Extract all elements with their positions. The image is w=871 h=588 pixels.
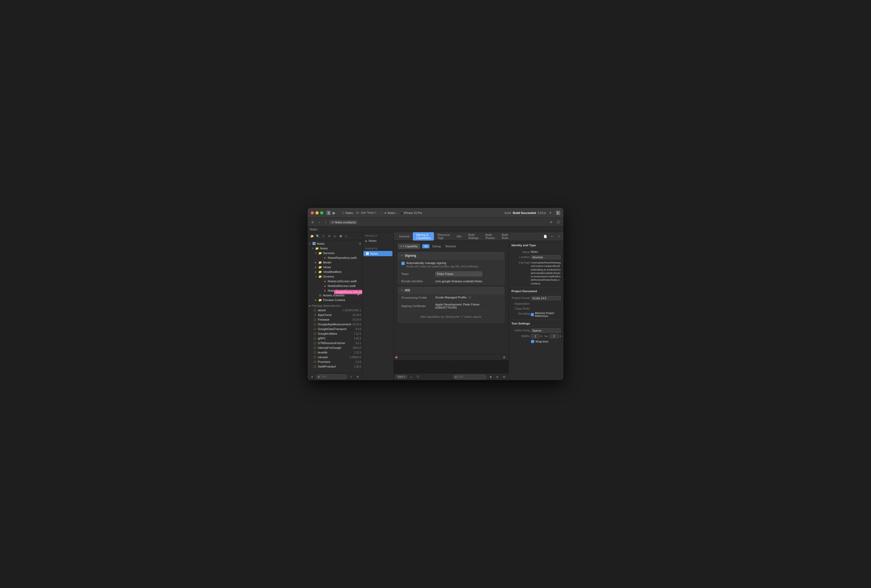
tree-root-notes[interactable]: ▼ 🅰 Notes M <box>308 241 362 246</box>
inspector-history-icon[interactable]: ↩ <box>550 234 554 239</box>
warning-count-btn[interactable]: ⚠ <box>348 374 354 380</box>
sidebar-toggle-right[interactable]: ▌ <box>556 211 560 215</box>
nav-project-notes[interactable]: ◈ Notes <box>362 238 394 243</box>
pkg-grpc[interactable]: ⬡ gRPC 1.62.2 <box>308 336 362 341</box>
settings-icon-btn[interactable]: ⚙ <box>327 234 332 238</box>
format-dropdown[interactable]: Xcode 14.0 ⌄ <box>531 296 561 300</box>
wrap-checkbox[interactable]: ✓ <box>531 340 534 343</box>
info-btn[interactable]: ⓘ <box>555 219 561 225</box>
tab-build-settings[interactable]: Build Settings <box>465 232 482 241</box>
pkg-abseil[interactable]: ⬡ abseil 1.2024011601.1 <box>308 308 362 313</box>
tab-width-input[interactable] <box>531 334 540 338</box>
refresh-btn[interactable]: ↺ <box>548 219 554 225</box>
pkg-appcheck[interactable]: ⬡ AppCheck 10.19.0 <box>308 313 362 317</box>
pkg-icon-8: ⬡ <box>313 341 317 345</box>
file-tab-bar[interactable]: ◈ Notes.xcodeproj <box>329 220 358 224</box>
add-file-btn[interactable]: + <box>309 374 315 380</box>
file-tab[interactable]: Notes › <box>388 211 397 214</box>
pkg-swiftproto[interactable]: ⬡ SwiftProtobuf 1.26.0 <box>308 364 362 369</box>
hierarchy-btn[interactable]: ⊞ <box>310 219 316 225</box>
widths-label: Widths <box>512 334 530 338</box>
folder-icon-btn[interactable]: 📁 <box>310 234 314 238</box>
source-icon-btn[interactable]: ◎ <box>333 234 337 238</box>
indent-width-input[interactable] <box>549 334 559 338</box>
swift-icon-4: ● <box>323 289 327 293</box>
breadcrumb-notes[interactable]: Notes <box>310 228 317 231</box>
auto-sign-checkbox[interactable]: ✓ <box>401 262 405 265</box>
add-capability-btn[interactable]: + + Capability <box>398 244 420 249</box>
pkg-leveldb[interactable]: ⬡ leveldb 1.22.5 <box>308 350 362 355</box>
tree-services[interactable]: ▼ 📁 Services <box>308 251 362 255</box>
close-button[interactable] <box>311 211 314 214</box>
pkg-nanopb[interactable]: ⬡ nanopb 2.30910.0 <box>308 355 362 359</box>
search-icon-btn[interactable]: 🔍 <box>316 234 320 238</box>
tree-viewmodifiers[interactable]: ▶ 📁 ViewModifiers <box>308 269 362 274</box>
tree-screens[interactable]: ▼ 📁 Screens <box>308 274 362 279</box>
location-dropdown[interactable]: Absolute ⌄ <box>531 255 561 259</box>
encoding-checkbox[interactable]: ✓ <box>531 313 534 316</box>
debug-info-btn[interactable]: ⓘ <box>415 374 421 380</box>
tree-model[interactable]: ▶ 📁 Model <box>308 260 362 265</box>
tree-assets[interactable]: ▶ ⊟ Assets.xcassets <box>308 293 362 298</box>
indent-dropdown[interactable]: Spaces ⌄ <box>531 328 561 333</box>
sidebar-toggle-left[interactable]: ▐ <box>326 211 331 215</box>
debug-warning-btn[interactable]: ⚠ <box>409 374 414 380</box>
scope-debug[interactable]: Debug <box>430 244 443 248</box>
indent-arrow: ⌄ <box>542 329 544 332</box>
tree-preview[interactable]: ▶ 📁 Preview Content GoogleService-Info.p… <box>308 298 362 302</box>
debug-filter[interactable]: ◉ Filter <box>453 375 486 379</box>
scope-release[interactable]: Release <box>443 244 458 248</box>
notes-folder-icon: 📁 <box>315 246 319 250</box>
signing-section-header[interactable]: ▼ Signing <box>398 252 504 259</box>
pkg-gtm-label: GTMSessionFetcher <box>318 341 354 345</box>
pkg-icon-1: ⬡ <box>313 308 317 312</box>
tree-noteslist[interactable]: ▶ ● NotesListScreen.swift <box>308 279 362 284</box>
prov-info-icon[interactable]: ⓘ <box>468 296 471 299</box>
pkg-googledata[interactable]: ⬡ GoogleDataTransport 9.4.0 <box>308 327 362 331</box>
minimize-button[interactable] <box>316 211 319 214</box>
debug-split-btn2[interactable]: ⊞ <box>501 374 507 380</box>
add-button[interactable]: + <box>549 210 554 215</box>
tab-info[interactable]: Info <box>453 234 464 239</box>
pkg-firebase[interactable]: ⬡ Firebase 10.24.0 <box>308 317 362 322</box>
pkg-header[interactable]: ▶ Package Dependencies <box>308 304 362 308</box>
fullscreen-button[interactable] <box>320 211 323 214</box>
nav-target-notes[interactable]: 🅰 Notes <box>364 251 392 256</box>
inspector-help-icon[interactable]: ? <box>557 234 561 239</box>
expand-debug-btn[interactable]: ⊞ <box>501 355 507 360</box>
scope-all[interactable]: All <box>422 244 430 248</box>
pkg-googleutil[interactable]: ⬡ GoogleUtilities 7.13.1 <box>308 331 362 336</box>
tab-general[interactable]: General <box>396 234 412 239</box>
test-icon-btn[interactable]: ▷ <box>344 234 349 238</box>
tree-noteedit[interactable]: ▶ ● NoteEditScreen.swift <box>308 284 362 288</box>
tab-resource-tags[interactable]: Resource Tags <box>434 232 453 241</box>
play-button[interactable]: ▶ <box>333 210 338 215</box>
tree-notesapp[interactable]: ▶ ● NotesApp.swift <box>308 288 362 293</box>
nav-forward[interactable]: › <box>323 219 329 225</box>
pkg-interop[interactable]: ⬡ InteropForGoogle 100.0.0 <box>308 346 362 350</box>
team-dropdown[interactable]: Peter Friese ⌄ <box>435 272 482 276</box>
breakpoint-icon-btn[interactable]: ⬟ <box>338 234 343 238</box>
auto-selector[interactable]: Auto ▾ <box>395 375 407 379</box>
tab-build-phases[interactable]: Build Phases <box>482 232 498 241</box>
file-tab-name: Notes.xcodeproj <box>335 221 356 224</box>
pkg-icon-6: ⬡ <box>313 332 317 336</box>
tree-notes-repo[interactable]: ▶ ● NotesRepository.swift <box>308 255 362 260</box>
pkg-googleapp[interactable]: ⬡ GoogleAppMeasurement 10.24.0 <box>308 322 362 327</box>
nav-back[interactable]: ‹ <box>317 219 322 225</box>
tree-views[interactable]: ▶ 📁 Views <box>308 265 362 269</box>
pkg-gtm[interactable]: ⬡ GTMSessionFetcher 3.4.1 <box>308 341 362 346</box>
debug-trash-btn[interactable]: 🗑 <box>488 374 494 380</box>
pkg-promises[interactable]: ⬡ Promises 2.4.0 <box>308 359 362 364</box>
warning-icon-btn[interactable]: ⚠ <box>321 234 326 238</box>
tab-build-rules[interactable]: Build Rules <box>498 232 509 241</box>
inspector-file-icon[interactable]: 📄 <box>543 234 548 239</box>
debug-split-btn1[interactable]: ⊟ <box>494 374 500 380</box>
ios-section-header[interactable]: ▼ iOS <box>398 287 504 294</box>
tab-signing[interactable]: Signing & Capabilities <box>413 232 434 241</box>
device-name[interactable]: iPhone 15 Pro <box>404 211 422 214</box>
sidebar-filter[interactable]: ◉ Filter <box>316 374 347 379</box>
error-layout-btn[interactable]: ⊞ <box>355 374 361 380</box>
tree-notes-group[interactable]: ▼ 📁 Notes <box>308 246 362 251</box>
notes-group-label: Notes <box>320 247 361 250</box>
